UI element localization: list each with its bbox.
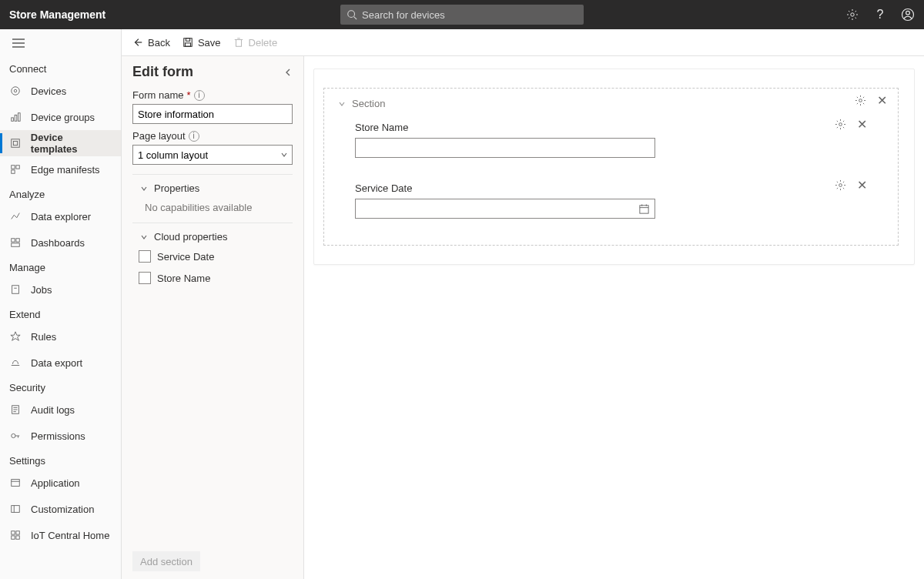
svg-rect-12 xyxy=(18,113,21,122)
nav-data-explorer[interactable]: Data explorer xyxy=(0,203,121,229)
field-remove-icon[interactable]: ✕ xyxy=(857,179,867,192)
svg-marker-23 xyxy=(11,332,20,340)
nav-label: Data export xyxy=(31,357,82,369)
rules-icon xyxy=(9,330,22,343)
checkbox[interactable] xyxy=(139,250,151,263)
top-bar: Store Management ? xyxy=(0,0,924,29)
field-store-name[interactable]: ✕ Store Name xyxy=(338,115,884,166)
nav-application[interactable]: Application xyxy=(0,470,121,496)
svg-point-47 xyxy=(839,123,842,126)
checkbox-label: Service Date xyxy=(157,251,214,263)
toolbar: Back Save Delete xyxy=(122,29,924,56)
permissions-icon xyxy=(9,430,22,442)
search-icon xyxy=(346,9,357,20)
delete-label: Delete xyxy=(249,37,278,49)
home-icon xyxy=(9,529,22,541)
svg-point-4 xyxy=(906,11,910,15)
nav-data-export[interactable]: Data export xyxy=(0,350,121,376)
calendar-icon[interactable] xyxy=(638,203,650,215)
form-section[interactable]: Section ✕ ✕ xyxy=(323,88,899,246)
checkbox[interactable] xyxy=(139,272,151,284)
section-remove-icon[interactable]: ✕ xyxy=(877,95,887,107)
collapse-panel-icon[interactable] xyxy=(283,68,293,77)
nav-customization[interactable]: Customization xyxy=(0,496,121,522)
page-layout-select[interactable] xyxy=(132,145,293,165)
search-box[interactable] xyxy=(340,5,584,25)
cloud-prop-service-date[interactable]: Service Date xyxy=(122,246,303,267)
nav-jobs[interactable]: Jobs xyxy=(0,276,121,303)
account-icon[interactable] xyxy=(901,8,915,22)
info-icon[interactable]: i xyxy=(189,131,199,142)
svg-rect-35 xyxy=(12,531,15,534)
nav-label: Application xyxy=(31,477,80,489)
page-layout-label: Page layout i xyxy=(132,130,293,142)
editor-title: Edit form xyxy=(132,64,193,80)
back-button[interactable]: Back xyxy=(132,37,170,49)
nav-group-settings: Settings xyxy=(0,449,121,470)
properties-accordion[interactable]: Properties xyxy=(122,175,303,197)
settings-icon[interactable] xyxy=(845,8,859,22)
hamburger-icon[interactable] xyxy=(0,29,121,57)
svg-rect-13 xyxy=(12,139,20,148)
service-date-input[interactable] xyxy=(355,199,655,219)
help-icon[interactable]: ? xyxy=(873,8,887,22)
customization-icon xyxy=(9,503,22,515)
nav-label: Audit logs xyxy=(31,404,75,416)
info-icon[interactable]: i xyxy=(194,90,205,101)
svg-point-8 xyxy=(12,87,20,95)
nav-group-connect: Connect xyxy=(0,57,121,78)
properties-label: Properties xyxy=(154,182,199,194)
cloud-prop-store-name[interactable]: Store Name xyxy=(122,267,303,289)
svg-rect-21 xyxy=(12,286,19,294)
field-settings-icon[interactable] xyxy=(835,179,846,192)
nav-devices[interactable]: Devices xyxy=(0,78,121,104)
store-name-input[interactable] xyxy=(355,138,655,158)
field-remove-icon[interactable]: ✕ xyxy=(857,119,867,131)
nav-edge-manifests[interactable]: Edge manifests xyxy=(0,156,121,182)
delete-button: Delete xyxy=(233,37,278,49)
svg-point-46 xyxy=(859,99,862,102)
nav-dashboards[interactable]: Dashboards xyxy=(0,229,121,256)
nav-permissions[interactable]: Permissions xyxy=(0,423,121,449)
cloud-properties-accordion[interactable]: Cloud properties xyxy=(122,223,303,246)
nav-label: Permissions xyxy=(31,430,85,442)
svg-rect-17 xyxy=(12,170,15,173)
save-label: Save xyxy=(198,37,221,49)
svg-rect-15 xyxy=(12,166,15,169)
audit-logs-icon xyxy=(9,403,22,416)
jobs-icon xyxy=(9,283,22,296)
nav-rules[interactable]: Rules xyxy=(0,323,121,350)
nav-device-templates[interactable]: Device templates xyxy=(0,130,121,156)
dashboards-icon xyxy=(9,236,22,249)
nav-label: Jobs xyxy=(31,284,52,296)
chevron-down-icon[interactable] xyxy=(338,100,346,108)
svg-rect-14 xyxy=(13,141,17,145)
nav-label: Devices xyxy=(31,85,66,97)
svg-point-9 xyxy=(14,89,17,92)
field-settings-icon[interactable] xyxy=(835,119,846,131)
form-canvas: Section ✕ ✕ xyxy=(304,56,924,579)
svg-point-48 xyxy=(839,184,842,187)
data-export-icon xyxy=(9,356,22,369)
nav-iot-central-home[interactable]: IoT Central Home xyxy=(0,522,121,548)
search-input[interactable] xyxy=(362,9,578,21)
nav-audit-logs[interactable]: Audit logs xyxy=(0,397,121,423)
section-settings-icon[interactable] xyxy=(855,95,866,107)
cloud-properties-label: Cloud properties xyxy=(154,231,227,243)
chevron-down-icon xyxy=(140,233,148,241)
nav-group-analyze: Analyze xyxy=(0,182,121,203)
required-asterisk: * xyxy=(186,89,190,101)
app-title: Store Management xyxy=(9,8,105,21)
save-button[interactable]: Save xyxy=(182,37,221,49)
nav-label: Edge manifests xyxy=(31,164,100,176)
svg-rect-36 xyxy=(16,531,19,534)
nav-device-groups[interactable]: Device groups xyxy=(0,104,121,130)
devices-icon xyxy=(9,85,22,97)
svg-rect-37 xyxy=(12,536,15,539)
form-card: Section ✕ ✕ xyxy=(313,69,915,265)
field-service-date[interactable]: ✕ Service Date xyxy=(338,176,884,226)
sidebar: Connect Devices Device groups Device tem… xyxy=(0,29,122,579)
nav-label: IoT Central Home xyxy=(31,530,109,541)
edge-manifests-icon xyxy=(9,163,22,176)
form-name-input[interactable] xyxy=(132,104,293,124)
